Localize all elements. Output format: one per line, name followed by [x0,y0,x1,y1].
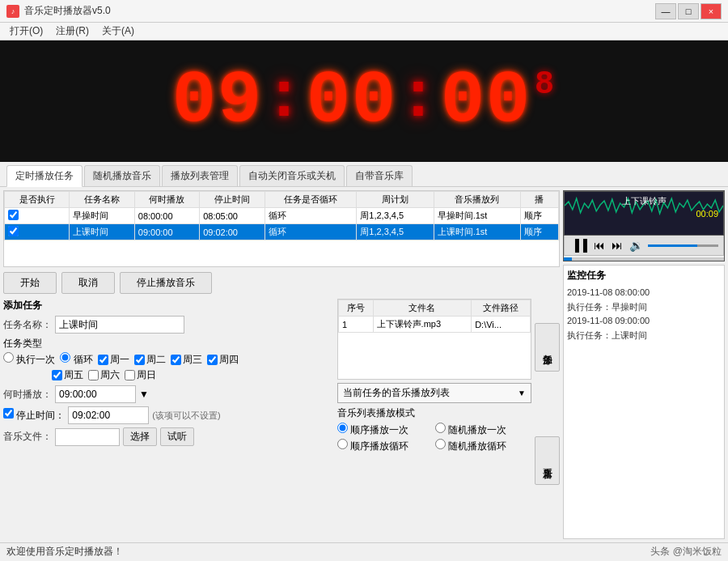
radio-row-2: 周五 周六 周日 [52,368,334,382]
music-file-input[interactable] [55,428,120,446]
table-row[interactable]: 上课时间 09:00:00 09:02:00 循环 周1,2,3,4,5 上课时… [5,224,559,240]
monitor-title: 监控任务 [567,269,721,283]
stop-hint: (该项可以不设置) [152,410,220,422]
monitor-section: 监控任务 2019-11-08 08:00:00 执行任务：早操时间 2019-… [563,265,725,539]
dropdown-arrow-icon: ▼ [518,389,526,397]
status-bar: 欢迎使用音乐定时播放器！ 头条 @淘米饭粒 [0,542,728,560]
window-controls: — □ × [655,3,722,19]
clock-extra: 8 [535,66,556,103]
mode-random-loop: 随机播放循环 [435,439,531,453]
action-buttons: 开始 取消 停止播放音乐 [3,270,560,295]
log-line-0: 2019-11-08 08:00:00 [567,286,721,300]
prev-button[interactable]: ⏮ [592,238,607,253]
stop-music-button[interactable]: 停止播放音乐 [120,272,212,294]
play-mode-options: 顺序播放一次 随机播放一次 顺序播放循环 随机播放循环 [337,423,531,453]
file-path: D:\Vi... [472,317,531,333]
stop-checkbox-label: 停止时间： [3,408,65,423]
cell-music: 早操时间.1st [434,208,520,224]
file-name: 上下课铃声.mp3 [373,317,472,333]
tab-playlist-mgmt[interactable]: 播放列表管理 [162,165,238,186]
add-task-button[interactable]: 添加任务 [535,323,560,372]
progress-fill [564,257,572,261]
col-name: 任务名称 [70,192,134,208]
time-input[interactable] [55,385,136,403]
cell-stop: 09:02:00 [200,224,265,240]
weekday-mon: 周一 [98,353,129,367]
clock-display: 09 : 00 : 00 8 [0,40,728,162]
name-label: 任务名称： [3,318,52,332]
progress-bar [564,257,724,261]
file-table-container: 序号 文件名 文件路径 1 上下课铃声.mp3 D:\Vi... [337,299,531,380]
weekday-tue: 周二 [134,353,166,367]
weekday-sat: 周六 [88,368,120,382]
window-title: 音乐定时播放器v5.0 [24,4,111,18]
clock-digits: 09 : 00 : 00 8 [172,60,556,142]
minimize-button[interactable]: — [655,3,676,19]
side-buttons: 添加任务 更新音乐 [535,299,560,539]
select-music-button[interactable]: 选择 [123,427,157,446]
watermark: 头条 @淘米饭粒 [650,545,722,559]
mode-sequential-once: 顺序播放一次 [337,423,434,437]
radio-loop[interactable] [60,352,70,363]
file-row[interactable]: 1 上下课铃声.mp3 D:\Vi... [339,317,531,333]
close-button[interactable]: × [700,3,722,19]
waveform-display: 上下课铃声 00:09 [564,191,724,236]
next-button[interactable]: ⏭ [610,238,624,253]
file-panel: 序号 文件名 文件路径 1 上下课铃声.mp3 D:\Vi... [337,299,531,539]
tab-random-music[interactable]: 随机播放音乐 [84,165,160,186]
add-task-section: 添加任务 任务名称： 任务类型 执行一次 循环 [3,299,560,539]
menu-register[interactable]: 注册(R) [51,23,94,39]
clock-hours: 09 [172,60,263,142]
cell-start: 08:00:00 [134,208,199,224]
radio-loop-label: 循环 [60,352,92,367]
time-dropdown[interactable]: ▼ [139,389,149,400]
tab-timer-task[interactable]: 定时播放任务 [6,165,83,187]
name-row: 任务名称： [3,316,334,334]
file-col-name: 文件名 [373,300,472,317]
stop-time-input[interactable] [68,406,149,424]
play-pause-button[interactable]: ▐▐ [569,238,589,253]
main-content: 是否执行 任务名称 何时播放 停止时间 任务是否循环 周计划 音乐播放列 播 早… [0,187,728,542]
current-playlist-dropdown[interactable]: 当前任务的音乐播放列表 ▼ [337,383,531,403]
volume-down-button[interactable]: 🔉 [628,238,645,253]
music-row: 音乐文件： 选择 试听 [3,427,334,446]
tab-auto-close[interactable]: 自动关闭音乐或关机 [239,165,345,186]
task-name-input[interactable] [55,316,184,334]
file-table: 序号 文件名 文件路径 1 上下课铃声.mp3 D:\Vi... [338,300,531,333]
file-col-no: 序号 [339,300,374,317]
music-label: 音乐文件： [3,430,52,444]
volume-slider[interactable] [648,244,718,247]
weekday-thu: 周四 [207,353,239,367]
maximize-button[interactable]: □ [678,3,699,19]
player-area: 上下课铃声 00:09 ▐▐ ⏮ ⏭ 🔉 [563,190,725,261]
radio-once[interactable] [3,352,14,363]
preview-button[interactable]: 试听 [160,427,194,446]
file-col-path: 文件路径 [472,300,531,317]
cell-execute [5,224,70,240]
menu-about[interactable]: 关于(A) [97,23,139,39]
stop-checkbox[interactable] [3,408,14,419]
start-button[interactable]: 开始 [3,272,57,294]
play-mode-section: 音乐列表播放模式 顺序播放一次 随机播放一次 顺序播放循环 [337,406,531,453]
clock-seconds: 00 [441,60,531,142]
cell-music: 上课时间.1st [434,224,520,240]
clock-colon-2: : [399,62,439,135]
weekday-wed: 周三 [171,353,202,367]
file-no: 1 [339,317,374,333]
table-row[interactable]: 早操时间 08:00:00 08:05:00 循环 周1,2,3,4,5 早操时… [5,208,559,224]
cell-order: 顺序 [520,208,558,224]
mode-random-once: 随机播放一次 [435,423,531,437]
tab-music-library[interactable]: 自带音乐库 [346,165,413,186]
update-music-button[interactable]: 更新音乐 [535,436,560,485]
col-order: 播 [520,192,558,208]
current-playlist-label: 当前任务的音乐播放列表 [343,386,450,400]
col-execute: 是否执行 [5,192,70,208]
weekday-fri: 周五 [52,368,83,382]
cancel-button[interactable]: 取消 [61,272,115,294]
menu-open[interactable]: 打开(O) [5,23,48,39]
cell-loop: 循环 [265,208,357,224]
mode-sequential-loop: 顺序播放循环 [337,439,434,453]
weekday-sun: 周日 [125,368,156,382]
clock-colon-1: : [265,62,305,135]
time-label: 何时播放： [3,388,52,402]
